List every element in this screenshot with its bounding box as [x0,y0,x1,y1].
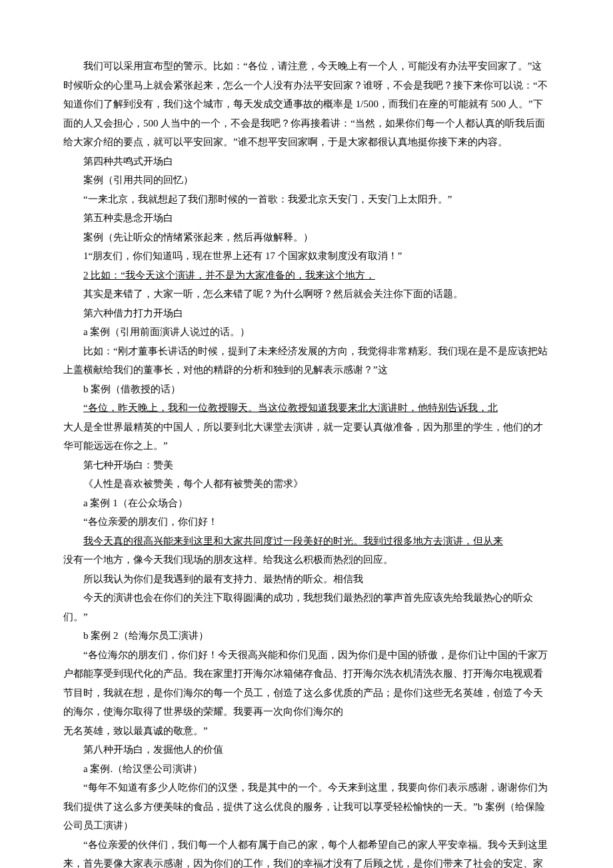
paragraph: a 案例 1（在公众场合） [63,494,550,513]
paragraph: “每年不知道有多少人吃你们的汉堡，我是其中的一个。今天来到这里，我要向你们表示感… [63,778,550,835]
paragraph: 所以我认为你们是我遇到的最有支持力、最热情的听众。相信我 [63,570,550,589]
paragraph: 第七种开场白：赞美 [63,456,550,475]
paragraph: “各位亲爱的伙伴们，我们每一个人都有属于自己的家，每个人都希望自己的家人平安幸福… [63,835,550,869]
paragraph: b 案例 2（给海尔员工演讲） [63,626,550,646]
paragraph: 2 比如：“我今天这个演讲，并不是为大家准备的，我来这个地方， [63,266,550,285]
paragraph: 没有一个地方，像今天我们现场的朋友这样。给我这么积极而热烈的回应。 [63,550,550,570]
paragraph: 《人性是喜欢被赞美，每个人都有被赞美的需求》 [63,474,550,494]
paragraph: 我们可以采用宣布型的警示。比如：“各位，请注意，今天晚上有一个人，可能没有办法平… [63,57,550,152]
document-body: 我们可以采用宣布型的警示。比如：“各位，请注意，今天晚上有一个人，可能没有办法平… [63,57,550,868]
paragraph: 第四种共鸣式开场白 [63,152,550,171]
paragraph: “各位海尔的朋友们，你们好！今天很高兴能和你们见面，因为你们是中国的骄傲，是你们… [63,646,550,721]
paragraph: “各位亲爱的朋友们，你们好！ [63,512,550,532]
paragraph: 今天的演讲也会在你们的关注下取得圆满的成功，我想我们最热烈的掌声首先应该先给我最… [63,588,550,626]
paragraph: a 案例.（给汉堡公司演讲） [63,759,550,779]
paragraph: “一来北京，我就想起了我们那时候的一首歌：我爱北京天安门，天安门上太阳升。” [63,190,550,209]
paragraph: 其实是来错了，大家一听，怎么来错了呢？为什么啊呀？然后就会关注你下面的话题。 [63,284,550,304]
paragraph: 1“朋友们，你们知道吗，现在世界上还有 17 个国家奴隶制度没有取消！” [63,246,550,266]
paragraph: 第五种卖悬念开场白 [63,209,550,228]
paragraph: 我今天真的很高兴能来到这里和大家共同度过一段美好的时光。我到过很多地方去演讲，但… [63,532,550,551]
paragraph: 第六种借力打力开场白 [63,304,550,323]
paragraph: 比如：“刚才董事长讲话的时候，提到了未来经济发展的方向，我觉得非常精彩。我们现在… [63,342,550,380]
paragraph: 无名英雄，致以最真诚的敬意。” [63,721,550,741]
paragraph: 第八种开场白，发掘他人的价值 [63,740,550,759]
paragraph: “各位，昨天晚上，我和一位教授聊天。当这位教授知道我要来北大演讲时，他特别告诉我… [63,398,550,418]
paragraph: b 案例（借教授的话） [63,380,550,399]
paragraph: 大人是全世界最精英的中国人，所以要到北大课堂去演讲，就一定要认真做准备，因为那里… [63,418,550,456]
paragraph: 案例（先让听众的情绪紧张起来，然后再做解释。） [63,228,550,247]
paragraph: 案例（引用共同的回忆） [63,171,550,190]
paragraph: a 案例（引用前面演讲人说过的话。） [63,322,550,342]
